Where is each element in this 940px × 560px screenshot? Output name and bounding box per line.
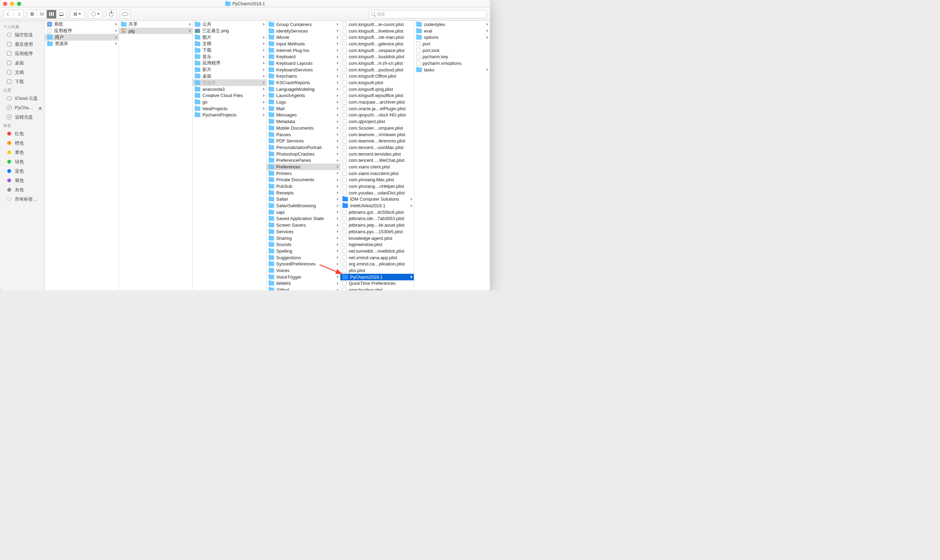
list-item[interactable]: com.kingsoft…gdevice.plist — [340, 40, 414, 47]
list-item[interactable]: com.youdao…udaoDict.plist — [340, 189, 414, 196]
list-item[interactable]: SafariSafeBrowsing — [266, 202, 340, 209]
list-item[interactable]: 应用程序 — [193, 60, 266, 66]
sidebar-tag-item[interactable]: 红色 — [0, 129, 45, 138]
list-item[interactable]: IntelliJIdea2019.1 — [340, 202, 414, 209]
list-item[interactable]: Safari — [266, 196, 340, 203]
list-item[interactable]: com.kingsoft.Office.plist — [340, 73, 414, 80]
list-item[interactable]: com.qtproject.plist — [340, 118, 414, 125]
eject-icon[interactable] — [38, 107, 42, 109]
list-item[interactable]: pycharm.vmoptions — [414, 60, 490, 66]
sidebar-tag-item[interactable]: 蓝色 — [0, 166, 45, 176]
sidebar-item[interactable]: 隔空投送 — [0, 30, 45, 40]
list-item[interactable]: codestyles — [414, 21, 490, 28]
list-item[interactable]: Input Methods — [266, 40, 340, 47]
list-item[interactable]: com.oracle.ja…etPlugin.plist — [340, 105, 414, 112]
sidebar-item[interactable]: 应用程序 — [0, 49, 45, 58]
list-item[interactable]: Preferences — [266, 163, 340, 170]
list-item[interactable]: com.kingsoft…le-count.plist — [340, 21, 414, 28]
list-item[interactable]: Mobile Documents — [266, 125, 340, 131]
sidebar-item[interactable]: 桌面 — [0, 58, 45, 68]
list-item[interactable]: com.kingsoft…cespace.plist — [340, 47, 414, 54]
search-field[interactable] — [369, 10, 487, 18]
list-item[interactable]: PreferencePanes — [266, 157, 340, 163]
share-button[interactable] — [106, 10, 117, 19]
back-button[interactable] — [4, 10, 14, 18]
list-item[interactable]: go — [193, 99, 266, 105]
sidebar-item[interactable]: iCloud 云盘 — [0, 94, 45, 103]
list-item[interactable]: Creative Cloud Files — [193, 92, 266, 99]
sidebar-item[interactable]: 远程光盘 — [0, 112, 45, 122]
list-item[interactable]: port.lock — [414, 47, 490, 54]
list-item[interactable]: 应用程序 — [45, 28, 118, 34]
list-item[interactable]: Keyboard — [266, 53, 340, 60]
list-item[interactable]: LaunchAgents — [266, 92, 340, 99]
list-item[interactable]: eval — [414, 28, 490, 34]
list-item[interactable]: 下载 — [193, 47, 266, 54]
sidebar-item[interactable]: 文稿 — [0, 68, 45, 77]
list-item[interactable]: com.kingsoft.qing.plist — [340, 86, 414, 92]
sidebar-item[interactable]: 下载 — [0, 77, 45, 86]
list-item[interactable]: Voices — [266, 267, 340, 274]
list-item[interactable]: Screen Savers — [266, 222, 340, 228]
list-item[interactable]: PubSub — [266, 183, 340, 189]
list-item[interactable]: Spelling — [266, 248, 340, 254]
list-item[interactable]: PDF Services — [266, 138, 340, 144]
icon-view-button[interactable] — [28, 10, 37, 18]
list-item[interactable]: com.xiami.macclient.plist — [340, 170, 414, 177]
list-item[interactable]: 资源库 — [45, 40, 118, 47]
gallery-view-button[interactable] — [57, 10, 66, 18]
list-item[interactable]: LanguageModeling — [266, 86, 340, 92]
forward-button[interactable] — [14, 10, 23, 18]
list-item[interactable]: com.yinxiang…cHelper.plist — [340, 183, 414, 189]
search-input[interactable] — [377, 12, 484, 17]
list-item[interactable]: wpscloudsvr.plist — [340, 286, 414, 291]
list-item[interactable]: Passes — [266, 131, 340, 138]
list-item[interactable]: com.tencent.tenvideo.plist — [340, 151, 414, 157]
list-item[interactable]: knowledge-agent.plist — [340, 235, 414, 242]
list-item[interactable]: com.tencent.…WeChat.plist — [340, 157, 414, 163]
arrange-button[interactable] — [70, 10, 85, 19]
list-item[interactable]: Keychains — [266, 73, 340, 80]
list-item[interactable]: PhotoshopCrashes — [266, 151, 340, 157]
sidebar-tag-item[interactable]: 灰色 — [0, 185, 45, 194]
sidebar-tag-item[interactable]: 紫色 — [0, 176, 45, 185]
list-item[interactable]: com.kingsoft.wpsoffice.plist — [340, 92, 414, 99]
sidebar-tag-item[interactable]: 所有标签… — [0, 194, 45, 204]
list-item[interactable]: Sharing — [266, 235, 340, 242]
list-item[interactable]: 桌面 — [193, 73, 266, 80]
sidebar-tag-item[interactable]: 黄色 — [0, 148, 45, 157]
list-item[interactable]: IdentityServices — [266, 28, 340, 34]
list-item[interactable]: 资源库 — [193, 79, 266, 86]
list-item[interactable]: tasks — [414, 66, 490, 73]
list-item[interactable]: Metadata — [266, 118, 340, 125]
sidebar-tag-item[interactable]: 绿色 — [0, 157, 45, 166]
minimize-icon[interactable] — [10, 2, 14, 6]
list-item[interactable]: pig — [119, 28, 192, 34]
list-item[interactable]: KSCrashReports — [266, 79, 340, 86]
list-item[interactable]: KeyboardServices — [266, 66, 340, 73]
tags-button[interactable] — [120, 10, 130, 19]
list-item[interactable]: 共享 — [119, 21, 192, 28]
list-item[interactable]: XMind — [266, 286, 340, 291]
list-item[interactable]: com.kingsoft.plist — [340, 79, 414, 86]
sidebar-tag-item[interactable]: 橙色 — [0, 138, 45, 148]
list-item[interactable]: com.tencent…usicMac.plist — [340, 144, 414, 151]
list-item[interactable]: Sounds — [266, 241, 340, 248]
list-item[interactable]: 图片 — [193, 34, 266, 40]
list-item[interactable]: X系统 — [45, 21, 118, 28]
list-item[interactable]: com.kingsoft…louddisk.plist — [340, 53, 414, 60]
list-item[interactable]: Mail — [266, 105, 340, 112]
list-item[interactable]: IDM Computer Solutions — [340, 196, 414, 203]
list-item[interactable]: com.kingsoft…linetime.plist — [340, 28, 414, 34]
list-item[interactable]: net.tunnelbli…nnelblick.plist — [340, 248, 414, 254]
list-item[interactable]: pycharm.key — [414, 53, 490, 60]
list-item[interactable]: PyCharm2019.1 — [340, 274, 414, 280]
list-item[interactable]: jetbrains.gol…4c55bc6.plist — [340, 209, 414, 215]
list-item[interactable]: PycharmProjects — [193, 112, 266, 118]
list-item[interactable]: jetbrains.jetp…ile.asset.plist — [340, 222, 414, 228]
list-item[interactable]: anaconda3 — [193, 86, 266, 92]
list-item[interactable]: com.kingsoft…cle-man.plist — [340, 34, 414, 40]
column-view-button[interactable] — [47, 10, 57, 18]
list-item[interactable]: VoiceTrigger — [266, 274, 340, 280]
action-button[interactable] — [88, 10, 103, 19]
